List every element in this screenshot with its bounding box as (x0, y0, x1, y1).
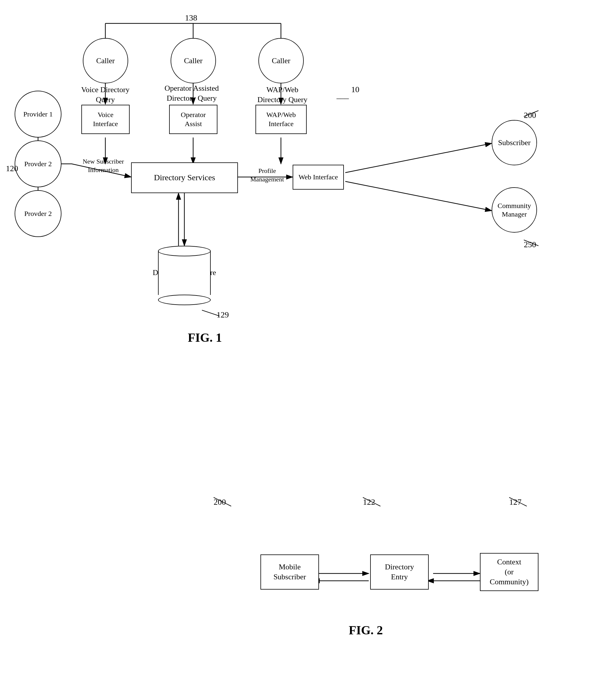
web-interface-box: Web Interface (293, 165, 344, 190)
svg-line-24 (345, 181, 492, 210)
cyl-bottom (158, 295, 211, 305)
ref-129: 129 (217, 310, 229, 319)
community-manager-label: Community Manager (498, 202, 531, 219)
web-interface-label: Web Interface (299, 173, 338, 182)
ref-120: 120 (6, 164, 18, 173)
wap-web-label: WAP/Web Interface (266, 110, 296, 129)
new-subscriber-info-label: New Subscriber Information (74, 157, 133, 174)
provider2a-label: Provder 2 (24, 160, 52, 168)
caller3-label: Caller (272, 56, 291, 65)
caller2-circle: Caller (171, 38, 216, 83)
provider2b-circle: Provder 2 (15, 190, 62, 237)
wap-query-label: WAP/Web Directory Query (256, 85, 309, 105)
subscriber-circle-fig1: Subscriber (492, 120, 537, 165)
ref-200-fig2: 200 (214, 497, 226, 507)
provider2b-label: Provder 2 (24, 209, 52, 218)
caller2-label: Caller (184, 56, 203, 65)
context-community-box: Context (or Community) (480, 553, 538, 591)
operator-assist-box: Operator Assist (169, 105, 217, 134)
caller1-circle: Caller (83, 38, 128, 83)
directory-services-box: Directory Services (131, 162, 238, 193)
voice-interface-box: Voice Interface (81, 105, 130, 134)
profile-management-label: Profile Management (242, 167, 292, 183)
mobile-subscriber-box: Mobile Subscriber (261, 554, 319, 590)
cyl-body (158, 251, 211, 295)
provider1-circle: Provider 1 (15, 91, 62, 137)
cyl-top (158, 246, 211, 256)
fig2-caption: FIG. 2 (322, 623, 410, 637)
directory-entry-label: Directory Entry (385, 562, 414, 582)
context-community-label: Context (or Community) (490, 557, 529, 586)
mobile-subscriber-label: Mobile Subscriber (273, 562, 306, 582)
operator-assist-label: Operator Assist (181, 110, 206, 129)
caller1-label: Caller (96, 56, 115, 65)
voice-interface-label: Voice Interface (93, 110, 118, 129)
operator-query-label: Operator Assisted Directory Query (162, 83, 221, 103)
ref-250: 250 (524, 240, 536, 249)
diagram-container: 10 ___ 138 Caller Caller Caller Voice Di… (0, 0, 616, 687)
subscriber-label-fig1: Subscriber (498, 138, 531, 147)
provider1-label: Provider 1 (23, 110, 53, 118)
wap-web-interface-box: WAP/Web Interface (256, 105, 307, 134)
community-manager-circle: Community Manager (492, 187, 537, 232)
ref-200-fig1: 200 (524, 111, 536, 120)
ref-138: 138 (185, 13, 197, 23)
directory-data-store-cylinder (158, 246, 211, 305)
ref-122-fig2: 122 (363, 497, 375, 507)
svg-line-23 (345, 143, 492, 173)
caller3-circle: Caller (258, 38, 304, 83)
directory-entry-box: Directory Entry (370, 554, 429, 590)
ref-127-fig2: 127 (509, 497, 522, 507)
voice-query-label: Voice Directory Query (81, 85, 130, 105)
provider2a-circle: Provder 2 (15, 140, 62, 187)
ref-10: 10 (351, 85, 359, 94)
fig1-caption: FIG. 1 (161, 331, 249, 345)
directory-services-label: Directory Services (154, 172, 215, 183)
